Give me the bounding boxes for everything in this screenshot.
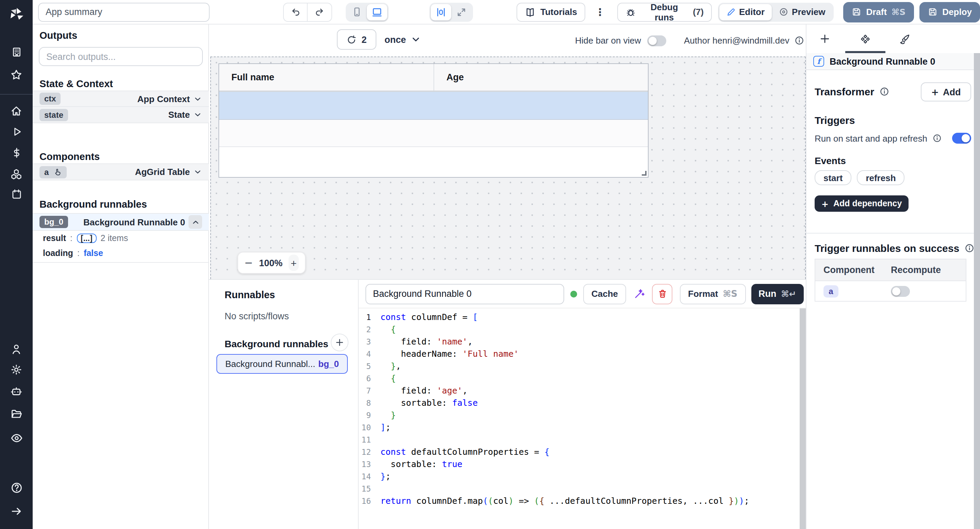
tab-insert-plus[interactable] bbox=[811, 24, 838, 53]
refresh-icon bbox=[347, 34, 356, 45]
trash-icon bbox=[657, 289, 667, 299]
event-chip-refresh[interactable]: refresh bbox=[857, 170, 904, 185]
save-icon bbox=[927, 7, 937, 17]
add-dependency-button[interactable]: + Add dependency bbox=[815, 195, 908, 212]
loading-label: loading bbox=[43, 249, 73, 258]
recompute-toggle[interactable] bbox=[891, 285, 910, 296]
state-type-label: State bbox=[168, 110, 190, 120]
zoom-in-button[interactable]: + bbox=[288, 255, 299, 271]
output-row-bg0[interactable]: bg_0 Background Runnable 0 bbox=[33, 213, 209, 231]
ai-wand-button[interactable] bbox=[633, 288, 645, 300]
schedule-value: once bbox=[385, 34, 406, 45]
status-dot bbox=[570, 290, 577, 297]
variables-dollar-icon[interactable] bbox=[0, 143, 33, 161]
refresh-count-button[interactable]: 2 bbox=[337, 29, 376, 50]
home-icon[interactable] bbox=[0, 102, 33, 120]
settings-header-title: Background Runnable 0 bbox=[830, 56, 935, 66]
function-icon: f bbox=[813, 56, 824, 67]
bg0-name: Background Runnable 0 bbox=[83, 217, 185, 227]
mobile-view-button[interactable] bbox=[347, 4, 367, 20]
star-icon[interactable] bbox=[0, 66, 33, 84]
cache-button[interactable]: Cache bbox=[583, 284, 626, 304]
format-button[interactable]: Format ⌘S bbox=[680, 284, 746, 304]
tab-components[interactable] bbox=[851, 24, 878, 53]
run-on-start-toggle[interactable] bbox=[952, 133, 971, 143]
bug-icon bbox=[625, 6, 636, 18]
runnable-name-input[interactable] bbox=[366, 284, 564, 304]
resize-handle[interactable] bbox=[642, 171, 646, 176]
output-row-ctx[interactable]: ctx App Context bbox=[33, 91, 209, 107]
table-row[interactable] bbox=[219, 120, 648, 147]
add-runnable-button[interactable] bbox=[331, 334, 348, 351]
undo-button[interactable] bbox=[283, 3, 308, 21]
draft-button[interactable]: Draft ⌘S bbox=[843, 2, 914, 22]
collapse-arrow-right-icon[interactable] bbox=[0, 502, 33, 520]
redo-button[interactable] bbox=[308, 3, 331, 21]
runnable-item-bg0[interactable]: Background Runnabl... bg_0 bbox=[216, 354, 348, 374]
settings-tabs bbox=[807, 24, 980, 53]
tutorials-button[interactable]: Tutorials bbox=[517, 2, 585, 21]
components-title: Components bbox=[40, 151, 100, 162]
app-canvas: 2 once Hide bar on view Author henri@win… bbox=[209, 24, 806, 279]
table-row-selected[interactable] bbox=[219, 92, 648, 120]
more-menu-button[interactable]: ⋮ bbox=[594, 6, 606, 18]
run-on-start-row: Run on start and app refresh bbox=[815, 133, 971, 143]
folders-icon[interactable] bbox=[0, 405, 33, 423]
add-transformer-button[interactable]: + Add bbox=[921, 82, 971, 102]
code-scrollbar[interactable] bbox=[800, 308, 806, 529]
zoom-out-button[interactable]: − bbox=[244, 257, 253, 269]
fullscreen-button[interactable] bbox=[451, 4, 472, 20]
canvas-toolbar: 2 once Hide bar on view Author henri@win… bbox=[209, 24, 806, 56]
loading-row: loading : false bbox=[43, 249, 103, 258]
draft-shortcut: ⌘S bbox=[891, 7, 905, 17]
column-header-full-name[interactable]: Full name bbox=[219, 64, 434, 91]
refresh-count: 2 bbox=[361, 34, 366, 45]
code-editor-panel: Cache Format ⌘S Run ⌘↵ 1const columnDef … bbox=[359, 280, 806, 529]
deploy-button[interactable]: Deploy bbox=[919, 2, 980, 22]
canvas-grid[interactable]: Full name Age − 100% + bbox=[210, 56, 806, 279]
expand-icon bbox=[456, 6, 467, 18]
settings-gear-icon[interactable] bbox=[0, 361, 33, 379]
expand-result-button[interactable]: [...] bbox=[76, 234, 97, 243]
schedule-dropdown[interactable]: once bbox=[385, 29, 420, 50]
app-summary-input[interactable] bbox=[38, 2, 209, 21]
resources-cubes-icon[interactable] bbox=[0, 166, 33, 183]
collapse-row-button[interactable] bbox=[189, 215, 202, 229]
column-header-age[interactable]: Age bbox=[434, 64, 648, 91]
delete-runnable-button[interactable] bbox=[652, 284, 672, 304]
pencil-icon bbox=[726, 7, 736, 17]
run-button[interactable]: Run ⌘↵ bbox=[751, 284, 804, 304]
table-header-row: Full name Age bbox=[219, 64, 648, 92]
desktop-icon bbox=[372, 6, 382, 18]
top-toolbar: Tutorials ⋮ Debug runs (7) Editor Previe… bbox=[33, 0, 980, 24]
editor-tab-label: Editor bbox=[739, 7, 765, 17]
tab-styling[interactable] bbox=[891, 24, 918, 53]
windmill-logo-icon[interactable] bbox=[0, 6, 33, 24]
buildings-icon[interactable] bbox=[0, 43, 33, 61]
tab-preview[interactable]: Preview bbox=[772, 4, 832, 20]
background-runnables-title: Background runnables bbox=[40, 199, 147, 210]
help-icon[interactable] bbox=[0, 479, 33, 496]
debug-runs-button[interactable]: Debug runs (7) bbox=[617, 2, 712, 21]
tab-editor[interactable]: Editor bbox=[719, 4, 772, 20]
workers-robot-icon[interactable] bbox=[0, 382, 33, 400]
hide-bar-toggle[interactable] bbox=[647, 35, 666, 46]
settings-scrollbar[interactable] bbox=[974, 53, 980, 529]
event-chip-start[interactable]: start bbox=[815, 170, 851, 185]
user-icon[interactable] bbox=[0, 340, 33, 358]
audit-eye-icon[interactable] bbox=[0, 429, 33, 447]
output-row-state[interactable]: state State bbox=[33, 107, 209, 123]
tutorials-label: Tutorials bbox=[540, 7, 577, 17]
bg-runnables-title-label: Background runnables bbox=[224, 338, 328, 349]
schedules-calendar-icon[interactable] bbox=[0, 185, 33, 203]
aggrid-table-component[interactable]: Full name Age bbox=[218, 63, 649, 178]
runs-play-icon[interactable] bbox=[0, 123, 33, 140]
mobile-icon bbox=[352, 7, 362, 17]
search-outputs-input[interactable] bbox=[39, 47, 203, 66]
center-align-button[interactable] bbox=[431, 4, 451, 20]
output-row-component-a[interactable]: a AgGrid Table bbox=[33, 163, 209, 180]
undo-redo-group bbox=[283, 2, 332, 21]
desktop-view-button[interactable] bbox=[367, 4, 387, 20]
runnable-settings-panel: f Background Runnable 0 Transformer + Ad… bbox=[806, 24, 980, 529]
code-lines[interactable]: 1const columnDef = [2 {3 field: 'name',4… bbox=[359, 308, 800, 529]
